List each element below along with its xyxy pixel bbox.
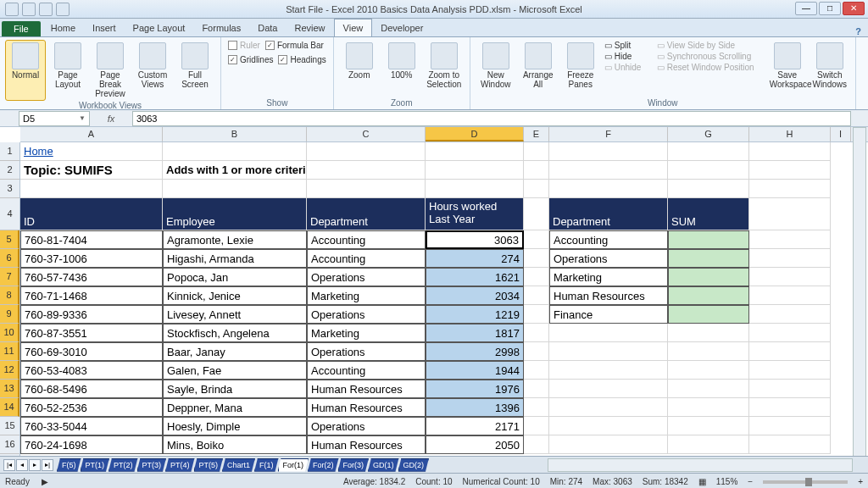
side-dept[interactable]: Human Resources [549, 286, 668, 305]
col-header-e[interactable]: E [524, 127, 549, 141]
header-department[interactable]: Department [307, 198, 426, 230]
sheet-tab-PT(4)[interactable]: PT(4) [165, 458, 195, 472]
cell[interactable] [668, 324, 749, 342]
row-header-4[interactable]: 4 [0, 198, 19, 230]
side-dept[interactable]: Accounting [549, 230, 668, 249]
tab-data[interactable]: Data [249, 19, 286, 36]
cell-employee[interactable]: Deppner, Mana [163, 398, 307, 417]
side-sum[interactable] [668, 230, 749, 249]
tab-home[interactable]: Home [42, 19, 84, 36]
side-header-sum[interactable]: SUM [668, 198, 749, 230]
fx-label[interactable]: fx [90, 114, 132, 124]
cell[interactable] [20, 180, 163, 198]
gridlines-checkbox[interactable]: Gridlines [226, 54, 275, 65]
zoom-selection-button[interactable]: Zoom to Selection [424, 40, 465, 92]
row-header-15[interactable]: 15 [0, 417, 19, 435]
cell[interactable] [749, 305, 831, 324]
cell-id[interactable]: 760-87-3551 [20, 324, 163, 342]
side-header-dept[interactable]: Department [549, 198, 668, 230]
cell[interactable] [668, 142, 749, 161]
cell-id[interactable]: 760-57-7436 [20, 268, 163, 286]
cell[interactable] [524, 286, 549, 305]
prev-sheet-button[interactable]: ◂ [16, 459, 28, 471]
sheet-tab-For(1)[interactable]: For(1) [278, 458, 309, 472]
cell[interactable] [307, 161, 426, 180]
cell-employee[interactable]: Livesey, Annett [163, 305, 307, 324]
cell[interactable] [549, 435, 668, 454]
cell-employee[interactable]: Galen, Fae [163, 361, 307, 380]
cell[interactable] [749, 249, 831, 268]
tab-developer[interactable]: Developer [372, 19, 431, 36]
headings-checkbox[interactable]: Headings [276, 54, 327, 65]
header-id[interactable]: ID [20, 198, 163, 230]
cell-hours[interactable]: 2998 [426, 342, 524, 361]
cell[interactable] [549, 324, 668, 342]
cell-hours[interactable]: 1944 [426, 361, 524, 380]
cell-hours[interactable]: 1817 [426, 324, 524, 342]
cell[interactable] [549, 161, 668, 180]
cell-id[interactable]: 760-89-9336 [20, 305, 163, 324]
sheet-tab-F(1)[interactable]: F(1) [254, 458, 279, 472]
row-header-13[interactable]: 13 [0, 380, 19, 398]
side-sum[interactable] [668, 305, 749, 324]
cell[interactable] [749, 417, 831, 435]
formula-bar-checkbox[interactable]: Formula Bar [264, 40, 326, 51]
cell-hours[interactable]: 1621 [426, 268, 524, 286]
tab-insert[interactable]: Insert [84, 19, 125, 36]
cell[interactable] [668, 398, 749, 417]
cell-dept[interactable]: Human Resources [307, 380, 426, 398]
tab-view[interactable]: View [334, 19, 373, 36]
cell-topic-desc[interactable]: Adds with 1 or more criteria [163, 161, 307, 180]
new-window-button[interactable]: New Window [476, 40, 516, 92]
cell-hours[interactable]: 1219 [426, 305, 524, 324]
cell-dept[interactable]: Accounting [307, 361, 426, 380]
row-header-16[interactable]: 16 [0, 435, 19, 454]
cell[interactable] [749, 142, 831, 161]
cell-dept[interactable]: Operations [307, 417, 426, 435]
tab-formulas[interactable]: Formulas [193, 19, 249, 36]
save-workspace-button[interactable]: Save Workspace [767, 40, 808, 92]
zoom-button[interactable]: Zoom [339, 40, 380, 92]
cell[interactable] [163, 142, 307, 161]
page-layout-button[interactable]: Page Layout [47, 40, 88, 101]
cell[interactable] [426, 161, 524, 180]
freeze-panes-button[interactable]: Freeze Panes [560, 40, 601, 92]
spreadsheet-grid[interactable]: A B C D E F G H I 1234567891011121314151… [0, 127, 868, 456]
row-header-1[interactable]: 1 [0, 142, 19, 161]
cell-id[interactable]: 760-52-2536 [20, 398, 163, 417]
cell[interactable] [749, 342, 831, 361]
zoom-slider[interactable] [763, 480, 848, 484]
help-icon[interactable]: ? [855, 26, 861, 36]
maximize-button[interactable]: □ [819, 2, 841, 15]
chevron-down-icon[interactable]: ▼ [79, 114, 86, 122]
cell[interactable] [549, 180, 668, 198]
cell[interactable] [549, 398, 668, 417]
cell[interactable] [668, 380, 749, 398]
row-header-2[interactable]: 2 [0, 161, 19, 180]
cell[interactable] [426, 180, 524, 198]
cell[interactable] [549, 142, 668, 161]
cell-dept[interactable]: Operations [307, 342, 426, 361]
cell[interactable] [524, 305, 549, 324]
cell[interactable] [524, 361, 549, 380]
sheet-tab-F(5)[interactable]: F(5) [57, 458, 81, 472]
cell-hours[interactable]: 2171 [426, 417, 524, 435]
cell[interactable] [524, 161, 549, 180]
cell-employee[interactable]: Popoca, Jan [163, 268, 307, 286]
cell-employee[interactable]: Agramonte, Lexie [163, 230, 307, 249]
zoom-in-button[interactable]: + [858, 477, 863, 486]
cell-hours[interactable]: 3063 [426, 230, 524, 249]
cell-id[interactable]: 760-37-1006 [20, 249, 163, 268]
switch-windows-button[interactable]: Switch Windows [810, 40, 850, 92]
cell[interactable] [749, 180, 831, 198]
cell-dept[interactable]: Operations [307, 268, 426, 286]
cell-hours[interactable]: 274 [426, 249, 524, 268]
cell[interactable] [668, 342, 749, 361]
cell[interactable] [524, 398, 549, 417]
cell-id[interactable]: 760-81-7404 [20, 230, 163, 249]
cells-area[interactable]: HomeTopic: SUMIFSAdds with 1 or more cri… [20, 142, 868, 456]
row-header-6[interactable]: 6 [0, 249, 19, 268]
side-dept[interactable]: Operations [549, 249, 668, 268]
cell-dept[interactable]: Marketing [307, 286, 426, 305]
cell[interactable] [668, 161, 749, 180]
